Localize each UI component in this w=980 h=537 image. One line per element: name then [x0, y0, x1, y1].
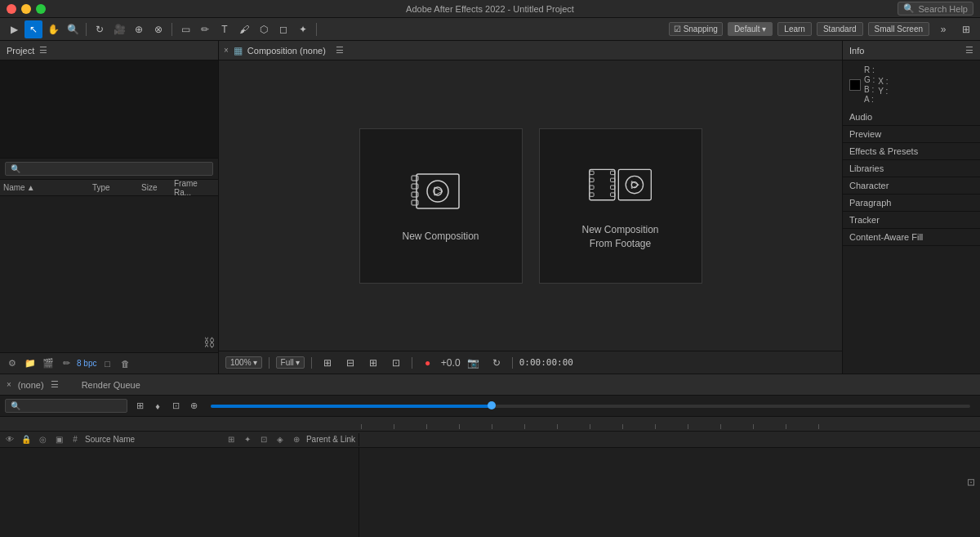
audio-link[interactable]: Audio: [843, 109, 980, 126]
timeline-ctrl-4[interactable]: ⊕: [186, 399, 201, 414]
color-depth-button[interactable]: □: [100, 356, 114, 371]
new-composition-card[interactable]: New Composition: [359, 128, 523, 284]
info-color-row: R : G : B : A : X : Y :: [849, 65, 973, 104]
viewer-btn-3d[interactable]: ⊡: [387, 354, 405, 372]
tl-effects-icon[interactable]: ✦: [241, 433, 254, 446]
project-files: ⛓: [0, 196, 218, 352]
ruler-tick: [394, 424, 394, 429]
tool-select[interactable]: ▶: [5, 20, 23, 38]
timeline-tab-close[interactable]: ×: [7, 380, 11, 389]
timeline-ctrl-1[interactable]: ⊞: [132, 399, 147, 414]
tool-zoom[interactable]: 🔍: [64, 20, 82, 38]
zoom-control[interactable]: 100% ▾: [225, 356, 262, 369]
timeline-ruler: [0, 417, 980, 432]
info-panel-menu[interactable]: ☰: [965, 45, 973, 56]
maximize-button[interactable]: [36, 4, 46, 14]
viewer-btn-snapshot[interactable]: 📷: [465, 354, 483, 372]
info-panel-title: Info: [849, 46, 864, 56]
extension-panel[interactable]: ⊞: [957, 20, 975, 38]
viewer-btn-guides[interactable]: ⊟: [341, 354, 359, 372]
tool-hand[interactable]: ✋: [44, 20, 62, 38]
tool-pen[interactable]: ✏: [196, 20, 214, 38]
tl-parent-link-header: Parent & Link: [306, 435, 355, 444]
viewer-btn-refresh[interactable]: ↻: [488, 354, 506, 372]
timeline-progress-bar[interactable]: [211, 405, 970, 408]
timeline-search-input[interactable]: [5, 399, 127, 413]
render-queue-label[interactable]: Render Queue: [82, 380, 140, 390]
new-composition-from-footage-card[interactable]: New CompositionFrom Footage: [539, 128, 702, 284]
search-help-label: Search Help: [918, 4, 968, 14]
viewer-btn-rulers[interactable]: ⊞: [364, 354, 382, 372]
tool-rect[interactable]: ▭: [176, 20, 194, 38]
tl-switch-icon[interactable]: ⊞: [225, 433, 238, 446]
interpret-footage-button[interactable]: ⚙: [5, 356, 20, 371]
tl-adj-icon[interactable]: ◈: [274, 433, 287, 446]
color-values: R : G : B : A :: [864, 65, 875, 104]
character-link[interactable]: Character: [843, 177, 980, 195]
tool-camera[interactable]: 🎥: [110, 20, 128, 38]
close-button[interactable]: [7, 4, 16, 14]
effects-presets-link[interactable]: Effects & Presets: [843, 143, 980, 160]
libraries-link[interactable]: Libraries: [843, 160, 980, 177]
comp-tab-label: Composition (none): [247, 46, 326, 56]
tool-eraser[interactable]: ◻: [274, 20, 292, 38]
comp-tab-menu[interactable]: ☰: [336, 45, 344, 56]
tl-label-icon[interactable]: ▣: [52, 433, 65, 446]
snapping-button[interactable]: ☑ Snapping: [669, 22, 723, 36]
tl-solo-icon[interactable]: ◎: [36, 433, 49, 446]
svg-point-1: [427, 181, 448, 202]
tl-eye-icon[interactable]: 👁: [3, 433, 16, 446]
workspace-learn[interactable]: Learn: [777, 22, 812, 36]
tool-brush[interactable]: 🖌: [235, 20, 253, 38]
quality-control[interactable]: Full ▾: [276, 356, 305, 369]
timeline-ctrl-2[interactable]: ♦: [150, 399, 165, 414]
new-comp-from-button[interactable]: 🎬: [41, 356, 56, 371]
tl-3d-icon[interactable]: ⊕: [290, 433, 303, 446]
workspace-default[interactable]: Default ▾: [728, 22, 773, 36]
tl-lock-icon[interactable]: 🔒: [20, 433, 33, 446]
project-col-frame: Frame Ra...: [174, 179, 215, 197]
viewer-btn-record[interactable]: ●: [419, 354, 437, 372]
new-composition-from-footage-icon: [588, 161, 653, 210]
new-folder-button[interactable]: 📁: [23, 356, 38, 371]
more-workspaces[interactable]: »: [934, 20, 952, 38]
timeline-ruler-right: [359, 424, 980, 429]
comp-tab[interactable]: Composition (none): [247, 46, 326, 56]
svg-rect-0: [416, 174, 459, 208]
timeline-playhead[interactable]: [488, 401, 496, 409]
project-settings-button[interactable]: ✏: [59, 356, 74, 371]
tool-stamp[interactable]: ⬡: [255, 20, 273, 38]
timeline-tab[interactable]: (none): [18, 380, 44, 390]
tl-motion-icon[interactable]: ⊡: [257, 433, 270, 446]
new-composition-from-footage-label: New CompositionFrom Footage: [581, 223, 658, 251]
project-search-input[interactable]: [5, 162, 213, 176]
tool-text[interactable]: T: [216, 20, 234, 38]
tracker-link[interactable]: Tracker: [843, 212, 980, 229]
viewer-btn-grid[interactable]: ⊞: [318, 354, 336, 372]
tool-anchor[interactable]: ⊗: [149, 20, 167, 38]
timeline-tab-menu[interactable]: ☰: [51, 379, 59, 390]
comp-tab-close[interactable]: ×: [224, 46, 229, 55]
bpc-badge[interactable]: 8 bpc: [77, 359, 96, 368]
viewer-btn-preview[interactable]: +0.0: [442, 354, 460, 372]
tl-number-col: #: [69, 433, 82, 446]
preview-link[interactable]: Preview: [843, 126, 980, 143]
workspace-small-screen[interactable]: Small Screen: [868, 22, 929, 36]
workspace-standard[interactable]: Standard: [817, 22, 863, 36]
search-help[interactable]: 🔍 Search Help: [898, 2, 973, 16]
paragraph-link[interactable]: Paragraph: [843, 195, 980, 212]
ruler-tick: [459, 424, 460, 429]
project-panel-menu[interactable]: ☰: [39, 45, 47, 56]
content-aware-fill-link[interactable]: Content-Aware Fill: [843, 229, 980, 246]
tool-rotate[interactable]: ↻: [91, 20, 109, 38]
timeline-ctrl-3[interactable]: ⊡: [168, 399, 183, 414]
tool-pan[interactable]: ⊕: [130, 20, 148, 38]
delete-button[interactable]: 🗑: [118, 356, 132, 371]
toolbar-separator-2: [172, 23, 172, 36]
tool-arrow[interactable]: ↖: [24, 20, 42, 38]
color-swatch[interactable]: [849, 79, 861, 91]
minimize-button[interactable]: [21, 4, 31, 14]
tl-source-name-header: Source Name: [85, 435, 221, 444]
tool-puppet[interactable]: ✦: [294, 20, 312, 38]
toolbar-separator-1: [86, 23, 87, 36]
